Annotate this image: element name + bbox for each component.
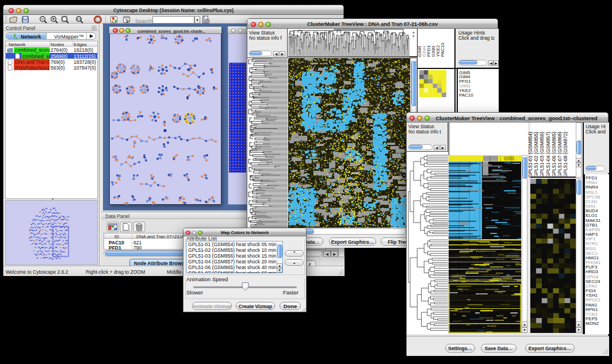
svg-text:1:1: 1:1 xyxy=(76,17,81,21)
